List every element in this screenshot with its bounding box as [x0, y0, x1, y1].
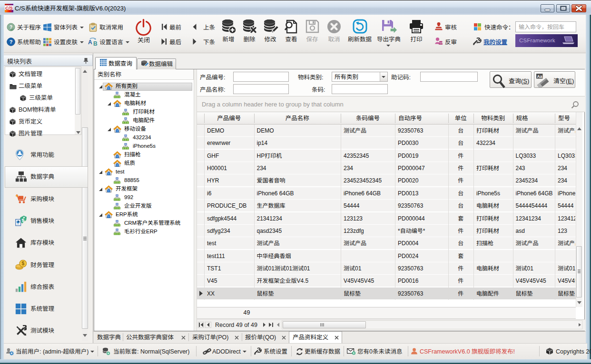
svg-text:A: A: [88, 39, 92, 46]
svg-text:B: B: [93, 40, 98, 47]
svg-text:?: ?: [10, 39, 13, 45]
svg-text:C/S: C/S: [5, 5, 13, 10]
svg-text:Aa: Aa: [537, 74, 542, 79]
svg-text:?: ?: [10, 25, 12, 30]
svg-text:$: $: [21, 261, 24, 266]
